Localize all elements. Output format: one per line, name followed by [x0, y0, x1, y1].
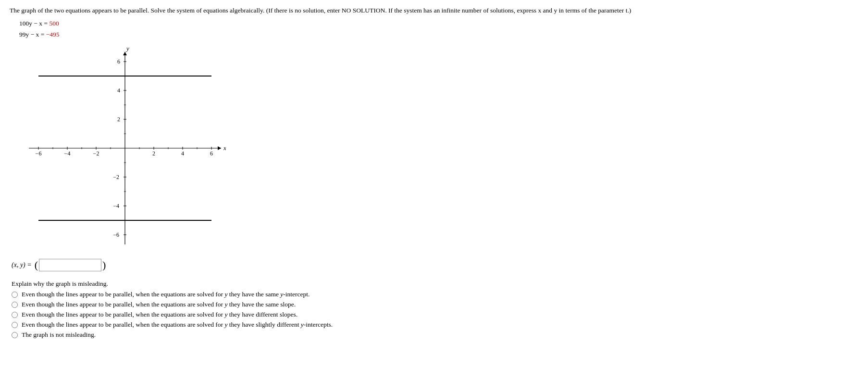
open-paren: ( — [35, 260, 38, 270]
answer-label: (x, y) = — [12, 261, 32, 269]
svg-text:−4: −4 — [113, 203, 119, 209]
svg-marker-3 — [123, 52, 127, 55]
radio-option-5[interactable]: The graph is not misleading. — [12, 331, 858, 339]
svg-text:−2: −2 — [93, 150, 99, 157]
graph-container: −6 −4 −2 2 4 6 6 4 2 — [24, 47, 226, 249]
radio-input-1[interactable] — [12, 292, 18, 298]
radio-input-2[interactable] — [12, 302, 18, 308]
radio-input-5[interactable] — [12, 332, 18, 338]
coordinate-graph: −6 −4 −2 2 4 6 6 4 2 — [24, 47, 226, 249]
svg-text:−4: −4 — [64, 150, 71, 157]
svg-text:4: 4 — [117, 87, 120, 94]
svg-text:2: 2 — [117, 116, 120, 123]
radio-option-4[interactable]: Even though the lines appear to be paral… — [12, 321, 858, 329]
svg-text:y: y — [125, 47, 129, 52]
radio-label-4: Even though the lines appear to be paral… — [22, 321, 333, 329]
radio-label-1: Even though the lines appear to be paral… — [22, 291, 310, 298]
equation-1: 100y − x = 500 — [19, 18, 858, 29]
radio-label-3: Even though the lines appear to be paral… — [22, 311, 298, 318]
eq2-rhs: −495 — [46, 31, 60, 38]
explain-title: Explain why the graph is misleading. — [12, 280, 858, 288]
eq1-lhs: 100y − x = — [19, 20, 48, 27]
svg-marker-2 — [218, 146, 221, 150]
radio-input-3[interactable] — [12, 312, 18, 318]
radio-label-5: The graph is not misleading. — [22, 331, 96, 339]
svg-text:2: 2 — [152, 150, 155, 157]
radio-option-3[interactable]: Even though the lines appear to be paral… — [12, 311, 858, 318]
eq2-lhs: 99y − x = — [19, 31, 44, 38]
svg-text:4: 4 — [181, 150, 184, 157]
svg-text:6: 6 — [210, 150, 213, 157]
svg-text:−2: −2 — [113, 174, 119, 180]
answer-input[interactable] — [39, 259, 101, 271]
equation-2: 99y − x = −495 — [19, 29, 858, 40]
radio-option-2[interactable]: Even though the lines appear to be paral… — [12, 301, 858, 308]
svg-text:−6: −6 — [113, 231, 119, 238]
eq1-rhs: 500 — [49, 20, 59, 27]
svg-text:−6: −6 — [36, 150, 42, 157]
explain-section: Explain why the graph is misleading. Eve… — [12, 280, 858, 339]
svg-text:6: 6 — [117, 58, 120, 65]
radio-label-2: Even though the lines appear to be paral… — [22, 301, 296, 308]
radio-input-4[interactable] — [12, 322, 18, 328]
svg-text:x: x — [223, 144, 226, 152]
problem-instruction: The graph of the two equations appears t… — [10, 6, 858, 15]
graph-area: −6 −4 −2 2 4 6 6 4 2 — [24, 47, 858, 249]
answer-row: (x, y) = ( ) — [12, 259, 858, 271]
close-paren: ) — [102, 260, 106, 270]
radio-option-1[interactable]: Even though the lines appear to be paral… — [12, 291, 858, 298]
